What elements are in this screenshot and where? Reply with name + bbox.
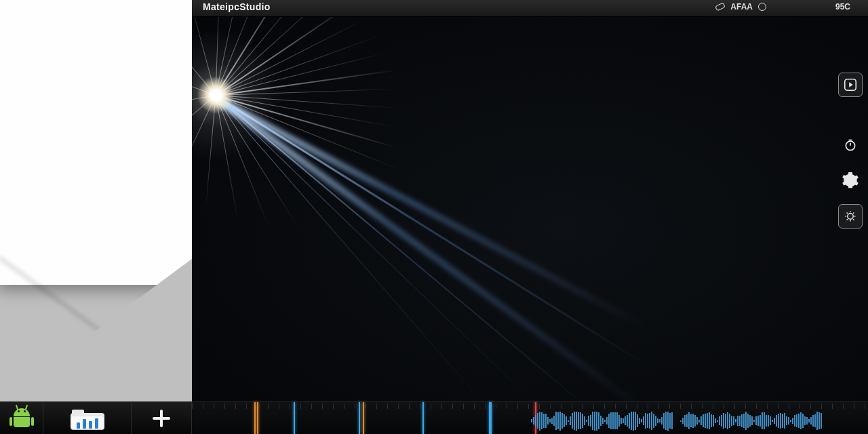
svg-point-2 [848,214,853,219]
timeline-marker[interactable] [363,402,364,434]
folder-bars-icon [71,407,104,430]
audio-clip[interactable] [680,410,823,431]
preview-viewport[interactable] [192,17,868,401]
status-label-left: AFAA [730,2,753,12]
play-button[interactable] [838,73,863,97]
svg-point-1 [846,141,854,150]
timeline-marker[interactable] [422,402,424,434]
timeline-marker[interactable] [254,402,256,434]
taskbar [0,401,192,434]
right-toolbar [838,73,863,229]
settings-button[interactable] [839,169,862,192]
title-bar: MateipcStudio AFAA 95C [192,0,868,17]
taskbar-add-button[interactable] [132,402,192,434]
timeline[interactable] [192,401,868,434]
plus-icon [153,410,170,427]
record-indicator-icon [758,3,766,11]
card-cut-decoration [0,256,192,401]
timeline-marker[interactable] [257,402,258,434]
fx-button[interactable] [838,204,863,229]
blank-document-card[interactable] [0,0,192,285]
audio-clip[interactable] [531,410,673,431]
status-label-right: 95C [835,2,850,12]
timer-button[interactable] [839,134,862,157]
timeline-marker[interactable] [294,402,295,434]
lens-flare-effect [216,95,217,96]
taskbar-explorer-button[interactable] [43,402,132,434]
taskbar-start-button[interactable] [0,402,43,434]
timeline-marker[interactable] [359,402,360,434]
app-title: MateipcStudio [203,1,271,12]
side-panel [0,0,192,401]
link-icon [715,2,726,11]
android-icon [10,407,33,430]
timeline-marker[interactable] [490,402,492,434]
status-cluster: AFAA [715,2,766,12]
